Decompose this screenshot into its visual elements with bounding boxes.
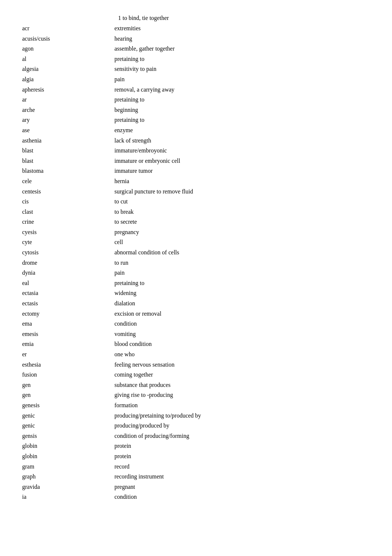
term-row: apheresisremoval, a carrying away bbox=[22, 85, 370, 95]
definition-text: producing/pretaining to/produced by bbox=[114, 411, 370, 421]
term-row: celehernia bbox=[22, 176, 370, 186]
term-row: genicproducing/produced by bbox=[22, 421, 370, 430]
definition-text: protein bbox=[114, 452, 370, 461]
term-text: cytosis bbox=[22, 248, 114, 257]
definition-text: one who bbox=[114, 350, 370, 359]
term-text: ema bbox=[22, 319, 114, 329]
definition-text: extremities bbox=[114, 24, 370, 33]
definition-text: vomiting bbox=[114, 329, 370, 339]
term-text: blast bbox=[22, 146, 114, 155]
term-row: blastimmature or embryonic cell bbox=[22, 156, 370, 166]
definition-text: cell bbox=[114, 237, 370, 247]
definition-text: enzyme bbox=[114, 126, 370, 135]
definition-text: pregnant bbox=[114, 482, 370, 492]
term-text: gensis bbox=[22, 431, 114, 441]
definition-text: surgical puncture to remove fluid bbox=[114, 187, 370, 196]
term-row: iacondition bbox=[22, 492, 370, 502]
term-row: asthenialack of strength bbox=[22, 136, 370, 145]
term-row: graphrecording instrument bbox=[22, 472, 370, 481]
definition-text: to break bbox=[114, 207, 370, 217]
term-row: arpretaining to bbox=[22, 95, 370, 104]
term-row: cisto cut bbox=[22, 197, 370, 206]
definition-text: pretaining to bbox=[114, 54, 370, 64]
term-row: ealpretaining to bbox=[22, 278, 370, 288]
term-text: apheresis bbox=[22, 85, 114, 95]
definition-text: record bbox=[114, 462, 370, 471]
term-row: gengiving rise to -producing bbox=[22, 390, 370, 400]
definition-text: pretaining to bbox=[114, 95, 370, 104]
term-text: eal bbox=[22, 278, 114, 288]
term-text: genic bbox=[22, 411, 114, 421]
term-row: erone who bbox=[22, 350, 370, 359]
term-text: arche bbox=[22, 105, 114, 115]
term-row: acusis/cusishearing bbox=[22, 34, 370, 44]
definition-text: to cut bbox=[114, 197, 370, 206]
term-row: algesiasensitivity to pain bbox=[22, 64, 370, 74]
term-text: gen bbox=[22, 380, 114, 390]
term-text: clast bbox=[22, 207, 114, 217]
definition-text: abnormal condition of cells bbox=[114, 248, 370, 257]
term-row: gramrecord bbox=[22, 462, 370, 471]
header-row: 1 to bind, tie together bbox=[22, 15, 370, 21]
term-text: globin bbox=[22, 452, 114, 461]
term-row: archebeginning bbox=[22, 105, 370, 115]
definition-text: hearing bbox=[114, 34, 370, 44]
term-text: emesis bbox=[22, 329, 114, 339]
term-text: blast bbox=[22, 156, 114, 166]
definition-text: assemble, gather together bbox=[114, 44, 370, 54]
term-row: dyniapain bbox=[22, 268, 370, 278]
definition-text: giving rise to -producing bbox=[114, 390, 370, 400]
term-text: ary bbox=[22, 115, 114, 125]
term-text: genic bbox=[22, 421, 114, 430]
term-row: ectasiawidening bbox=[22, 288, 370, 298]
term-row: clastto break bbox=[22, 207, 370, 217]
term-text: esthesia bbox=[22, 360, 114, 370]
definition-text: to secrete bbox=[114, 217, 370, 227]
term-text: gram bbox=[22, 462, 114, 471]
term-text: ectomy bbox=[22, 309, 114, 319]
term-row: centesissurgical puncture to remove flui… bbox=[22, 187, 370, 196]
term-text: gen bbox=[22, 390, 114, 400]
term-text: asthenia bbox=[22, 136, 114, 145]
term-row: cyesispregnancy bbox=[22, 227, 370, 237]
definition-text: protein bbox=[114, 441, 370, 451]
definition-text: recording instrument bbox=[114, 472, 370, 481]
term-text: genesis bbox=[22, 401, 114, 410]
term-row: crineto secrete bbox=[22, 217, 370, 227]
term-row: blastimmature/embroyonic bbox=[22, 146, 370, 155]
term-row: genesisformation bbox=[22, 401, 370, 410]
term-text: ectasis bbox=[22, 299, 114, 308]
term-row: emacondition bbox=[22, 319, 370, 329]
definition-text: widening bbox=[114, 288, 370, 298]
terms-container: acrextremitiesacusis/cusishearingagonass… bbox=[22, 24, 370, 502]
definition-text: feeling nervous sensation bbox=[114, 360, 370, 370]
term-text: agon bbox=[22, 44, 114, 54]
term-text: fusion bbox=[22, 370, 114, 380]
definition-text: pretaining to bbox=[114, 115, 370, 125]
term-row: gensiscondition of producing/forming bbox=[22, 431, 370, 441]
definition-text: removal, a carrying away bbox=[114, 85, 370, 95]
term-row: cytecell bbox=[22, 237, 370, 247]
definition-text: condition of producing/forming bbox=[114, 431, 370, 441]
term-row: gravidapregnant bbox=[22, 482, 370, 492]
term-text: al bbox=[22, 54, 114, 64]
term-row: aseenzyme bbox=[22, 126, 370, 135]
term-row: emiablood condition bbox=[22, 339, 370, 349]
term-text: acusis/cusis bbox=[22, 34, 114, 44]
term-row: arypretaining to bbox=[22, 115, 370, 125]
term-text: ectasia bbox=[22, 288, 114, 298]
term-row: fusioncoming together bbox=[22, 370, 370, 380]
term-text: gravida bbox=[22, 482, 114, 492]
term-text: graph bbox=[22, 472, 114, 481]
definition-text: blood condition bbox=[114, 339, 370, 349]
term-text: cele bbox=[22, 176, 114, 186]
definition-text: immature tumor bbox=[114, 166, 370, 176]
definition-text: producing/produced by bbox=[114, 421, 370, 430]
definition-text: immature or embryonic cell bbox=[114, 156, 370, 166]
definition-text: coming together bbox=[114, 370, 370, 380]
definition-text: hernia bbox=[114, 176, 370, 186]
term-row: algiapain bbox=[22, 75, 370, 84]
term-text: emia bbox=[22, 339, 114, 349]
definition-text: to run bbox=[114, 258, 370, 268]
definition-text: condition bbox=[114, 319, 370, 329]
